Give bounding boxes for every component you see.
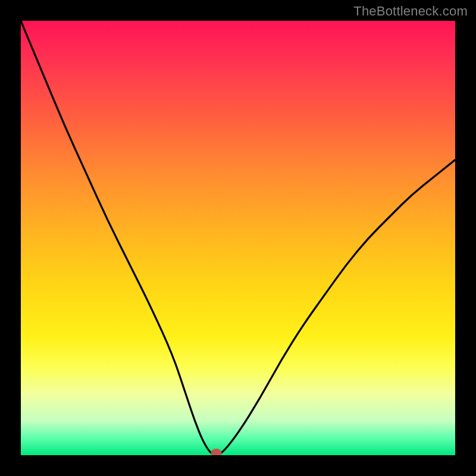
watermark-text: TheBottleneck.com — [353, 4, 468, 19]
plot-area — [21, 21, 455, 455]
bottleneck-curve — [21, 21, 455, 455]
curve-svg — [21, 21, 455, 455]
optimum-marker — [211, 449, 222, 455]
chart-frame: TheBottleneck.com — [0, 0, 476, 476]
